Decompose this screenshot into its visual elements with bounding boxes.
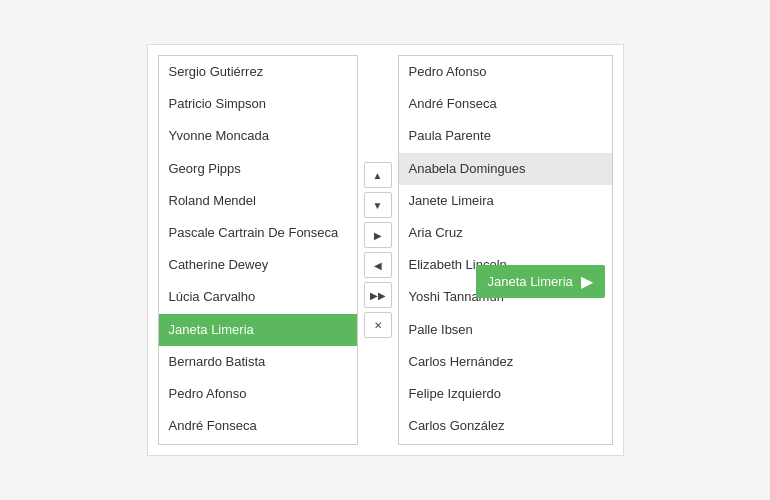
list-item[interactable]: Paula Parente bbox=[159, 442, 357, 445]
list-item[interactable]: Carlos González bbox=[399, 410, 612, 442]
left-list[interactable]: Sergio GutiérrezPatricio SimpsonYvonne M… bbox=[158, 55, 358, 445]
list-item[interactable]: Felipe Izquierdo bbox=[399, 378, 612, 410]
list-item[interactable]: Carlos Hernández bbox=[399, 346, 612, 378]
list-item[interactable]: Paula Parente bbox=[399, 120, 612, 152]
list-item[interactable]: Aria Cruz bbox=[399, 217, 612, 249]
list-item[interactable]: Yoshi Tannamuri bbox=[399, 281, 612, 313]
move-left-button[interactable]: ◀ bbox=[364, 252, 392, 278]
list-item[interactable]: Palle Ibsen bbox=[399, 314, 612, 346]
controls-panel: ▲ ▼ ▶ ◀ ▶▶ ✕ bbox=[358, 55, 398, 445]
move-right-button[interactable]: ▶ bbox=[364, 222, 392, 248]
list-item[interactable]: Lúcia Carvalho bbox=[159, 281, 357, 313]
list-item[interactable]: André Fonseca bbox=[399, 88, 612, 120]
list-item[interactable]: Janeta Limeria bbox=[159, 314, 357, 346]
list-item[interactable]: Janete Limeira bbox=[399, 185, 612, 217]
list-item[interactable]: Anabela Domingues bbox=[399, 153, 612, 185]
move-all-right-button[interactable]: ▶▶ bbox=[364, 282, 392, 308]
list-item[interactable]: Sergio Gutiérrez bbox=[159, 56, 357, 88]
move-up-button[interactable]: ▲ bbox=[364, 162, 392, 188]
move-down-button[interactable]: ▼ bbox=[364, 192, 392, 218]
list-item[interactable]: Elizabeth Lincoln bbox=[399, 249, 612, 281]
list-item[interactable]: Yvonne Moncada bbox=[159, 120, 357, 152]
list-item[interactable]: Bernardo Batista bbox=[159, 346, 357, 378]
list-item[interactable]: Pedro Afonso bbox=[159, 378, 357, 410]
dual-list-widget: Sergio GutiérrezPatricio SimpsonYvonne M… bbox=[147, 44, 624, 456]
list-item[interactable]: Catherine Dewey bbox=[159, 249, 357, 281]
list-item[interactable]: Patricio Simpson bbox=[159, 88, 357, 120]
list-item[interactable]: Pedro Afonso bbox=[399, 56, 612, 88]
list-item[interactable]: Pascale Cartrain De Fonseca bbox=[159, 217, 357, 249]
right-list[interactable]: Pedro AfonsoAndré FonsecaPaula ParenteAn… bbox=[398, 55, 613, 445]
list-item[interactable]: André Fonseca bbox=[159, 410, 357, 442]
clear-button[interactable]: ✕ bbox=[364, 312, 392, 338]
list-item[interactable]: Roland Mendel bbox=[159, 185, 357, 217]
list-item[interactable]: Georg Pipps bbox=[159, 153, 357, 185]
